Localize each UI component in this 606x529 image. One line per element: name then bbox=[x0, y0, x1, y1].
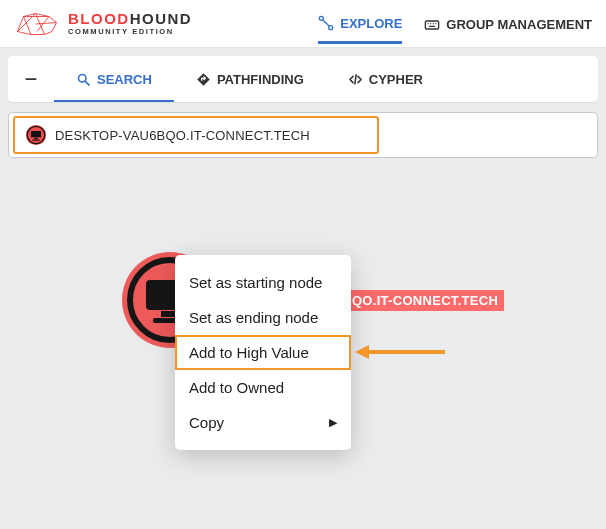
tab-search-label: SEARCH bbox=[97, 72, 152, 87]
menu-add-owned[interactable]: Add to Owned bbox=[175, 370, 351, 405]
minus-icon bbox=[24, 72, 38, 86]
node-context-menu: Set as starting node Set as ending node … bbox=[175, 255, 351, 450]
selected-node-label: DESKTOP-VAU6BQO.IT-CONNECT.TECH bbox=[55, 128, 310, 143]
tab-pathfinding-label: PATHFINDING bbox=[217, 72, 304, 87]
chevron-right-icon: ▶ bbox=[329, 416, 337, 429]
pathfinding-icon bbox=[196, 72, 211, 87]
tab-cypher-label: CYPHER bbox=[369, 72, 423, 87]
search-icon bbox=[76, 72, 91, 87]
menu-copy[interactable]: Copy ▶ bbox=[175, 405, 351, 440]
tab-cypher[interactable]: CYPHER bbox=[326, 56, 445, 102]
annotation-arrow-icon bbox=[355, 344, 445, 360]
svg-line-20 bbox=[355, 75, 356, 84]
brand-name-a: BLOOD bbox=[68, 10, 130, 27]
logo-text: BLOODHOUND COMMUNITY EDITION bbox=[68, 11, 192, 36]
menu-copy-label: Copy bbox=[189, 414, 224, 431]
brand-name-b: HOUND bbox=[130, 10, 193, 27]
main-nav: EXPLORE GROUP MANAGEMENT bbox=[318, 3, 592, 44]
query-tabs: SEARCH PATHFINDING CYPHER bbox=[54, 56, 598, 102]
logo-icon bbox=[14, 9, 60, 39]
menu-add-high-value[interactable]: Add to High Value bbox=[175, 335, 351, 370]
svg-marker-32 bbox=[355, 345, 369, 359]
svg-line-5 bbox=[36, 22, 57, 24]
nav-explore-label: EXPLORE bbox=[340, 16, 402, 31]
selected-node-chip[interactable]: DESKTOP-VAU6BQO.IT-CONNECT.TECH bbox=[13, 116, 379, 154]
menu-set-ending-node[interactable]: Set as ending node bbox=[175, 300, 351, 335]
nav-group-management[interactable]: GROUP MANAGEMENT bbox=[424, 5, 592, 43]
app-logo: BLOODHOUND COMMUNITY EDITION bbox=[14, 9, 192, 39]
app-header: BLOODHOUND COMMUNITY EDITION EXPLORE GR bbox=[0, 0, 606, 48]
nav-group-management-label: GROUP MANAGEMENT bbox=[446, 17, 592, 32]
svg-rect-10 bbox=[426, 21, 439, 29]
svg-line-18 bbox=[85, 81, 89, 85]
computer-node-icon bbox=[25, 124, 47, 146]
nav-explore[interactable]: EXPLORE bbox=[318, 3, 402, 44]
svg-rect-25 bbox=[32, 140, 39, 141]
menu-set-starting-node[interactable]: Set as starting node bbox=[175, 265, 351, 300]
tab-search[interactable]: SEARCH bbox=[54, 56, 174, 102]
code-icon bbox=[348, 72, 363, 87]
collapse-toggle[interactable] bbox=[8, 56, 54, 102]
tab-pathfinding[interactable]: PATHFINDING bbox=[174, 56, 326, 102]
brand-subtitle: COMMUNITY EDITION bbox=[68, 28, 192, 36]
query-toolbar: SEARCH PATHFINDING CYPHER bbox=[8, 56, 598, 102]
keyboard-icon bbox=[424, 17, 440, 33]
svg-rect-23 bbox=[31, 131, 41, 137]
svg-rect-24 bbox=[34, 138, 38, 139]
search-input-container[interactable]: DESKTOP-VAU6BQO.IT-CONNECT.TECH bbox=[8, 112, 598, 158]
svg-line-9 bbox=[323, 20, 330, 27]
explore-icon bbox=[318, 15, 334, 31]
